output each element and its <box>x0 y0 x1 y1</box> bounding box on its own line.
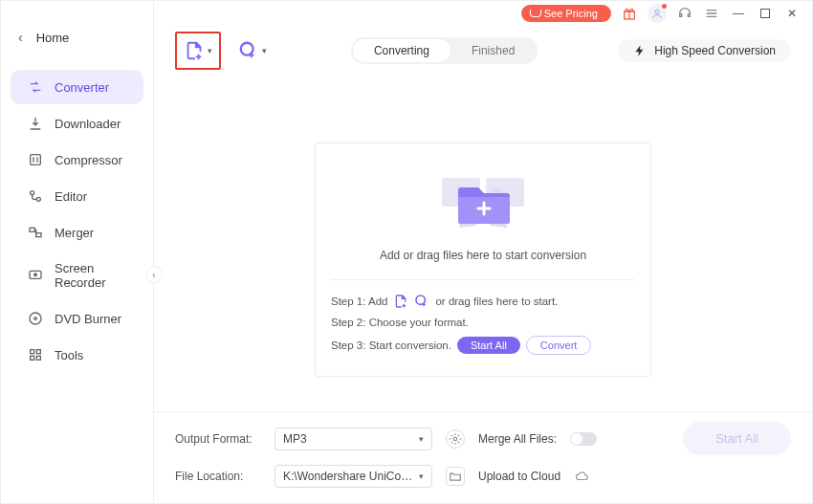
recorder-icon <box>28 268 43 283</box>
start-all-button[interactable]: Start All <box>683 422 791 455</box>
status-tabs: Converting Finished <box>351 37 538 64</box>
nav-label: Compressor <box>55 153 122 167</box>
downloader-icon <box>28 116 43 131</box>
nav-label: Merger <box>55 226 94 240</box>
nav-label: Screen Recorder <box>55 261 126 290</box>
svg-point-8 <box>34 318 37 320</box>
svg-rect-3 <box>30 228 34 231</box>
svg-point-2 <box>36 197 40 201</box>
drop-instruction: Add or drag files here to start conversi… <box>331 249 635 262</box>
add-url-icon <box>414 294 429 309</box>
start-all-mini-button[interactable]: Start All <box>457 337 520 354</box>
nav-label: Tools <box>55 348 83 362</box>
add-file-button[interactable]: ▾ <box>175 32 221 70</box>
sidebar-item-converter[interactable]: Converter <box>11 70 143 104</box>
tab-finished[interactable]: Finished <box>450 39 536 62</box>
sidebar-item-downloader[interactable]: Downloader <box>11 106 143 141</box>
compressor-icon <box>28 152 43 167</box>
bolt-icon <box>633 44 647 57</box>
output-format-label: Output Format: <box>175 432 261 446</box>
gift-icon[interactable] <box>621 5 638 22</box>
toolbar: ▾ ▾ Converting Finished High Speed Conve… <box>154 22 812 77</box>
sidebar-item-editor[interactable]: Editor <box>11 179 143 213</box>
high-speed-button[interactable]: High Speed Conversion <box>618 39 791 62</box>
close-button[interactable]: ✕ <box>783 5 801 22</box>
svg-rect-12 <box>36 356 40 360</box>
add-file-icon <box>184 40 205 61</box>
add-url-icon <box>238 40 259 61</box>
svg-rect-0 <box>31 155 41 165</box>
converter-icon <box>28 79 43 95</box>
svg-point-6 <box>34 274 37 276</box>
file-location-select[interactable]: K:\Wondershare UniConverter 1 ▾ <box>275 465 432 488</box>
center-area: Add or drag files here to start conversi… <box>154 77 812 411</box>
chevron-down-icon: ▾ <box>419 434 424 444</box>
maximize-button[interactable] <box>757 5 774 22</box>
step-2: Step 2: Choose your format. <box>331 317 635 328</box>
svg-rect-4 <box>36 233 41 237</box>
see-pricing-button[interactable]: See Pricing <box>521 5 611 22</box>
high-speed-label: High Speed Conversion <box>654 44 776 57</box>
sidebar-item-dvd[interactable]: DVD Burner <box>11 301 143 336</box>
sidebar-item-merger[interactable]: Merger <box>11 215 143 250</box>
svg-rect-11 <box>31 356 34 360</box>
editor-icon <box>28 188 43 204</box>
minimize-button[interactable]: — <box>730 5 747 22</box>
svg-point-19 <box>453 437 457 441</box>
convert-mini-button[interactable]: Convert <box>526 336 592 355</box>
upload-cloud-label: Upload to Cloud <box>478 470 560 483</box>
nav-list: Converter Downloader Compressor Editor <box>1 70 153 372</box>
home-link[interactable]: ‹ Home <box>1 22 153 53</box>
output-format-select[interactable]: MP3 ▾ <box>275 427 432 450</box>
cloud-icon[interactable] <box>574 470 591 483</box>
svg-rect-10 <box>36 350 40 354</box>
home-label: Home <box>36 31 70 45</box>
sidebar-item-tools[interactable]: Tools <box>11 338 143 372</box>
dvd-icon <box>28 311 43 326</box>
headset-icon[interactable] <box>676 5 693 22</box>
sidebar-item-compressor[interactable]: Compressor <box>11 142 143 177</box>
chevron-down-icon: ▾ <box>262 46 267 55</box>
svg-point-14 <box>655 10 659 13</box>
folder-illustration <box>331 161 635 237</box>
output-format-value: MP3 <box>283 432 307 446</box>
sidebar: ‹ Home Converter Downloader Compressor <box>1 1 154 503</box>
step2-text: Step 2: Choose your format. <box>331 317 469 328</box>
svg-point-7 <box>30 313 41 324</box>
nav-label: Downloader <box>55 117 121 131</box>
step3-text: Step 3: Start conversion. <box>331 340 451 351</box>
footer: Output Format: MP3 ▾ Merge All Files: St… <box>154 411 812 503</box>
drop-card[interactable]: Add or drag files here to start conversi… <box>315 142 651 377</box>
menu-icon[interactable] <box>703 5 720 22</box>
account-icon[interactable] <box>648 4 667 23</box>
step1-prefix: Step 1: Add <box>331 296 387 307</box>
file-location-label: File Location: <box>175 470 261 483</box>
tab-converting[interactable]: Converting <box>353 39 450 62</box>
step1-suffix: or drag files here to start. <box>435 296 558 307</box>
add-file-icon <box>393 294 408 309</box>
step-1: Step 1: Add or drag files here to start. <box>331 294 635 309</box>
titlebar: See Pricing — ✕ <box>154 1 812 22</box>
merge-toggle[interactable] <box>570 432 597 446</box>
chevron-down-icon: ▾ <box>419 471 424 481</box>
tools-icon <box>28 347 43 362</box>
main-area: See Pricing — ✕ ▾ <box>154 1 812 503</box>
chevron-down-icon: ▾ <box>208 46 212 55</box>
svg-rect-9 <box>31 350 34 354</box>
steps: Step 1: Add or drag files here to start.… <box>331 279 635 355</box>
chevron-left-icon: ‹ <box>18 30 23 45</box>
merger-icon <box>28 225 43 240</box>
nav-label: DVD Burner <box>55 312 121 326</box>
svg-point-1 <box>31 191 34 195</box>
nav-label: Converter <box>55 80 109 95</box>
sidebar-item-recorder[interactable]: Screen Recorder <box>11 252 143 299</box>
open-folder-icon[interactable] <box>446 467 465 486</box>
nav-label: Editor <box>55 189 87 204</box>
add-url-button[interactable]: ▾ <box>234 34 271 67</box>
merge-label: Merge All Files: <box>478 432 557 446</box>
settings-icon[interactable] <box>446 429 465 449</box>
see-pricing-label: See Pricing <box>544 8 598 19</box>
step-3: Step 3: Start conversion. Start All Conv… <box>331 336 635 355</box>
file-location-value: K:\Wondershare UniConverter 1 <box>283 470 417 483</box>
